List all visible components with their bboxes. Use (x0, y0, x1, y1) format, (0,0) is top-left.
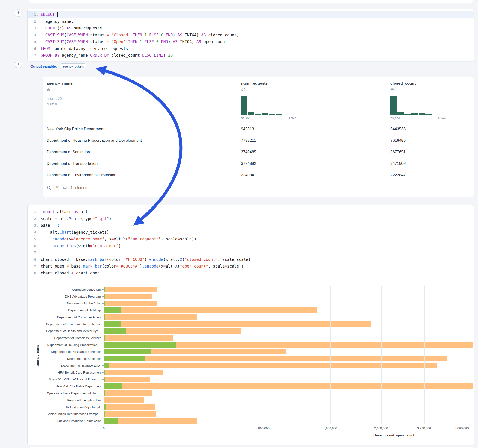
closed_count-bar (104, 335, 173, 341)
closed_count-bar (104, 307, 317, 313)
code-text: chart_closed + chart_open (39, 270, 100, 277)
x-tick (264, 424, 264, 426)
line-number: 7 (28, 52, 36, 59)
code-line[interactable]: 4 CAST(SUM(CASE WHEN status = 'Closed' T… (28, 32, 474, 39)
column-histogram (390, 96, 446, 115)
code-line[interactable]: 2 agency_name, (28, 18, 474, 25)
y-tick (102, 317, 104, 317)
y-axis-label: Personal Exemption Unit (28, 398, 101, 402)
table-row[interactable]: Department of Transportation377489234719… (43, 158, 474, 169)
histogram-bar (269, 114, 275, 115)
code-text: alt.Chart(agency_tickets) (39, 229, 109, 236)
code-line[interactable]: 9chart_open = base.mark_bar(color="#8BC3… (28, 263, 474, 270)
histogram-bar (419, 113, 425, 115)
histogram-min-label: 53,304 (390, 117, 400, 120)
y-axis-label: Operations Unit - Department of Hom… (28, 392, 101, 395)
x-tick (330, 424, 330, 426)
output-variable-row: Output variable: agency_tickets (31, 63, 86, 69)
fold-caret-icon[interactable]: ⌄ (36, 11, 39, 18)
output-variable-chip[interactable]: agency_tickets (60, 63, 86, 69)
code-line[interactable]: 7GROUP BY agency_name ORDER BY closed_co… (28, 52, 474, 59)
y-axis-label: HRA Benefit Card Replacement (28, 371, 101, 374)
code-line[interactable]: 7) (28, 249, 474, 256)
code-text: base = ( (39, 222, 59, 229)
code-line[interactable]: 4 alt.Chart(agency_tickets) (28, 229, 474, 236)
histogram-bar (255, 114, 261, 115)
code-text: .encode(y="agency_name", x=alt.X("num_re… (39, 236, 196, 243)
code-line[interactable]: 10chart_closed + chart_open (28, 270, 474, 277)
y-axis-label: Department of Environmental Protection (28, 322, 101, 326)
table-cell: Department of Environmental Protection (43, 173, 241, 177)
table-row[interactable]: Department of Sanitation37494853677651 (43, 146, 474, 158)
table-cell: 2240041 (241, 173, 390, 177)
open_count-bar (104, 314, 105, 320)
table-cell: Department of Sanitation (43, 150, 241, 154)
histogram-bar (440, 115, 446, 115)
code-line[interactable]: 3⌄base = ( (28, 222, 474, 229)
x-axis-label: 2,400,000 (374, 427, 388, 430)
gridline (330, 286, 331, 424)
open_count-bar (104, 300, 105, 306)
line-number: 8 (28, 256, 36, 263)
add-cell-button-top[interactable]: + (15, 9, 22, 17)
code-line[interactable]: 3 COUNT(*) AS num_requests, (28, 25, 474, 32)
code-line[interactable]: 8chart_closed = base.mark_bar(color="#FF… (28, 256, 474, 263)
code-line[interactable]: 1⌄SELECT (28, 11, 474, 18)
code-line[interactable]: 1import altair as alt (28, 209, 474, 216)
closed_count-bar (104, 294, 152, 299)
y-axis-label: Senior Citizen Rent Increase Exempti… (28, 412, 101, 416)
code-line[interactable]: 5 CAST(SUM(CASE WHEN status = 'Open' THE… (28, 38, 474, 45)
line-number: 7 (28, 249, 36, 256)
closed_count-bar (104, 300, 157, 306)
search-icon[interactable] (47, 186, 51, 190)
fold-caret-icon (36, 18, 39, 25)
row-column-count: 20 rows, 4 columns (55, 186, 87, 190)
python-code-editor[interactable]: 1import altair as alt2scale = alt.Scale(… (28, 205, 474, 277)
fold-caret-icon (36, 216, 39, 222)
fold-caret-icon (36, 256, 39, 263)
closed_count-bar (104, 363, 437, 368)
code-text: chart_open = base.mark_bar(color="#8BC34… (39, 263, 244, 270)
closed_count-bar (104, 397, 144, 403)
fold-caret-icon (36, 263, 39, 270)
table-row[interactable]: Department of Housing Preservation and D… (43, 135, 474, 146)
histogram-min-label: 53,304 (241, 117, 250, 120)
line-number: 5 (28, 38, 36, 45)
sql-code-editor[interactable]: 1⌄SELECT 2 agency_name,3 COUNT(*) AS num… (28, 9, 474, 59)
table-footer: 20 rows, 4 columns (43, 181, 474, 190)
previous-cell-edge (29, 0, 473, 3)
x-tick (462, 424, 462, 426)
fold-caret-icon (36, 32, 39, 39)
histogram-bar (425, 114, 432, 115)
closed_count-bar (104, 314, 197, 320)
add-cell-button-output[interactable]: + (15, 61, 22, 68)
y-tick (102, 386, 104, 386)
table-row[interactable]: Department of Environmental Protection22… (43, 169, 474, 181)
histogram-max-label: 9.4e6 (438, 117, 446, 120)
table-cell: 9443533 (390, 127, 474, 131)
code-line[interactable]: 5 .encode(y="agency_name", x=alt.X("num_… (28, 236, 474, 243)
column-header-agency-name: agency_name str unique: 20 nulls: 0 (43, 77, 241, 123)
fold-caret-icon (36, 270, 39, 277)
open_count-bar (104, 287, 105, 292)
line-number: 6 (28, 45, 36, 52)
y-tick (102, 372, 104, 373)
line-number: 10 (28, 270, 36, 277)
bar-chart: Correspondence UnitDHS Advantage Program… (28, 286, 473, 438)
y-axis-title: agency_name (36, 342, 39, 368)
fold-caret-icon[interactable]: ⌄ (36, 222, 39, 229)
code-line[interactable]: 6FROM sample_data.nyc.service_requests (28, 45, 474, 52)
open_count-bar (104, 335, 105, 341)
code-line[interactable]: 6 .properties(width="container") (28, 243, 474, 249)
code-text: chart_closed = base.mark_bar(color="#FFC… (39, 256, 253, 263)
y-axis-label: Refunds and Adjustments (28, 405, 101, 409)
histogram-bar (248, 112, 254, 115)
table-body: New York City Police Department945313194… (43, 123, 474, 181)
open_count-bar (104, 328, 126, 334)
table-row[interactable]: New York City Police Department945313194… (43, 123, 474, 135)
column-unique-count: unique: 20 (47, 97, 62, 100)
column-name: agency_name (47, 81, 72, 86)
open_count-bar (104, 342, 176, 348)
closed_count-bar (104, 356, 447, 361)
code-line[interactable]: 2scale = alt.Scale(type="sqrt") (28, 216, 474, 222)
